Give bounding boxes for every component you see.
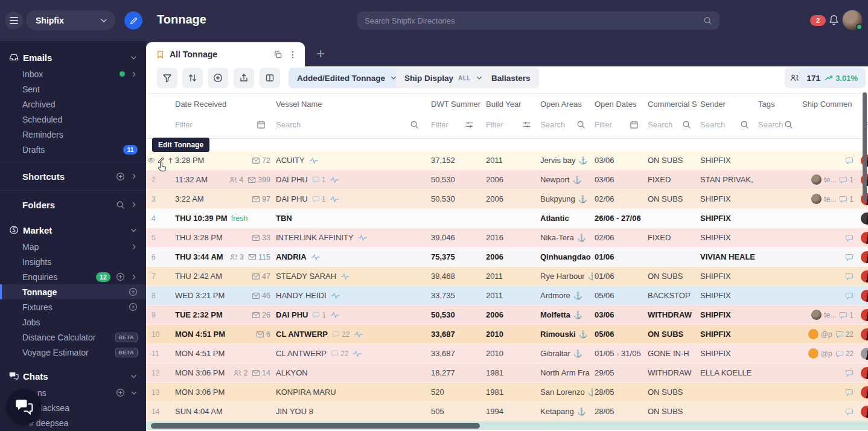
- cell-tags-and-comments[interactable]: [800, 292, 868, 300]
- sidebar-item-reminders[interactable]: Reminders: [0, 127, 146, 142]
- cell-vessel-name[interactable]: ANDRIA: [273, 252, 426, 261]
- ship-display-dropdown[interactable]: Ship Display ALL: [396, 68, 491, 88]
- sidebar-item-voyage-estimator[interactable]: Voyage EstimatorBETA: [0, 345, 146, 360]
- table-row[interactable]: 10MON 4:51 PM6CL ANTWERP2233,6872010Rimo…: [146, 325, 868, 344]
- cell-tags-and-comments[interactable]: te...1: [800, 310, 868, 320]
- column-filter-date-received[interactable]: Filter: [175, 120, 273, 129]
- sort-button[interactable]: [182, 68, 203, 88]
- horizontal-scrollbar-track[interactable]: [146, 421, 868, 430]
- table-row[interactable]: 13MON 3:06 PMKONPIRA MARU5201981San Lore…: [146, 383, 868, 402]
- column-filter-tags[interactable]: Search: [756, 120, 800, 129]
- ship-comment-button[interactable]: 22: [835, 350, 854, 358]
- ship-comment-button[interactable]: [845, 388, 854, 397]
- column-header-tags[interactable]: Tags: [756, 100, 800, 109]
- sidebar-item-enquiries[interactable]: Enquiries12: [0, 269, 146, 284]
- bell-icon[interactable]: [828, 14, 840, 27]
- cell-tags-and-comments[interactable]: [800, 234, 868, 242]
- add-button[interactable]: [208, 68, 228, 88]
- sidebar-item-archived[interactable]: Archived: [0, 97, 146, 112]
- tag-chip[interactable]: te...: [811, 174, 836, 185]
- sidebar-item-jobs[interactable]: Jobs: [0, 314, 146, 330]
- table-row[interactable]: 5THU 3:28 PM33INTERLINK AFFINITY39,04620…: [146, 228, 868, 247]
- sidebar-item-folders[interactable]: Folders: [0, 196, 146, 214]
- table-row[interactable]: 12MON 3:06 PM214ALKYON18,2771981North Ar…: [146, 363, 868, 383]
- column-header-date-received[interactable]: Date Received: [175, 100, 273, 109]
- sidebar-item-sent[interactable]: Sent: [0, 81, 146, 97]
- filter-button[interactable]: [157, 68, 177, 88]
- cell-vessel-name[interactable]: CL ANTWERP22: [273, 349, 426, 358]
- column-filter-ship-commen[interactable]: Search: [800, 120, 868, 129]
- ship-comment-button[interactable]: [845, 407, 854, 416]
- notification-count-badge[interactable]: 2: [810, 15, 826, 26]
- table-row[interactable]: 7THU 2:42 AM47STEADY SARAH38,4682011Rye …: [146, 267, 868, 286]
- added-edited-tonnage-dropdown[interactable]: Added/Edited Tonnage: [289, 68, 406, 88]
- cell-tags-and-comments[interactable]: @p22: [800, 329, 868, 339]
- sidebar-item-drafts[interactable]: Drafts11: [0, 142, 146, 157]
- cell-vessel-name[interactable]: HANDY HEIDI: [273, 291, 426, 300]
- table-row[interactable]: 6THU 3:44 AM3115ANDRIA75,3752006Qinhuang…: [146, 247, 868, 267]
- tag-chip[interactable]: te...: [811, 310, 836, 320]
- table-row[interactable]: 9TUE 2:32 PM26DAI PHU150,5302006Molfetta…: [146, 305, 868, 325]
- sidebar-item-insights[interactable]: Insights: [0, 254, 146, 269]
- cell-tags-and-comments[interactable]: te...1: [800, 174, 868, 185]
- user-avatar[interactable]: [842, 10, 863, 30]
- column-filter-open-dates[interactable]: Filter: [593, 120, 646, 129]
- cell-vessel-name[interactable]: DAI PHU1: [273, 175, 426, 184]
- column-header-dwt-summer[interactable]: DWT Summer: [426, 100, 481, 109]
- table-row[interactable]: 4THU 10:39 PMfreshTBNAtlantic26/06 - 27/…: [146, 209, 868, 228]
- cell-vessel-name[interactable]: KONPIRA MARU: [273, 388, 426, 397]
- horizontal-scrollbar-thumb[interactable]: [151, 423, 480, 429]
- ship-comment-button[interactable]: 1: [839, 195, 854, 203]
- column-header-ship-commen[interactable]: Ship Commen: [800, 100, 868, 109]
- ship-comment-button[interactable]: 22: [835, 330, 854, 339]
- sidebar-item-fixtures[interactable]: Fixtures: [0, 299, 146, 314]
- column-header-open-areas[interactable]: Open Areas: [538, 100, 593, 109]
- cell-vessel-name[interactable]: DAI PHU1: [273, 310, 426, 319]
- tag-chip[interactable]: @p: [808, 329, 832, 339]
- table-row[interactable]: 8WED 3:21 PM46HANDY HEIDI33,7352011Ardmo…: [146, 286, 868, 305]
- cell-tags-and-comments[interactable]: [800, 369, 868, 377]
- column-filter-sender[interactable]: Search: [698, 120, 756, 129]
- cell-vessel-name[interactable]: DAI PHU1: [273, 194, 426, 203]
- sidebar-item-inbox[interactable]: Inbox: [0, 66, 146, 81]
- tab-menu-icon[interactable]: ⋮: [289, 49, 298, 59]
- sidebar-item-tonnage[interactable]: Tonnage: [0, 284, 146, 299]
- column-filter-vessel-name[interactable]: Search: [273, 120, 426, 129]
- cell-vessel-name[interactable]: STEADY SARAH: [273, 272, 426, 281]
- chat-widget-launcher[interactable]: [7, 389, 42, 424]
- table-row[interactable]: 3:28 PM72ACUITY37,1522011Jervis bay⚓03/0…: [146, 151, 868, 170]
- column-header-vessel-name[interactable]: Vessel Name: [273, 100, 426, 109]
- cell-vessel-name[interactable]: INTERLINK AFFINITY: [273, 233, 426, 242]
- cell-tags-and-comments[interactable]: [800, 156, 868, 165]
- cell-vessel-name[interactable]: CL ANTWERP22: [273, 330, 426, 339]
- sidebar-section-header-chats[interactable]: Chats: [0, 367, 146, 385]
- sidebar-section-header-market[interactable]: Market: [0, 221, 146, 239]
- tag-chip[interactable]: te...: [811, 194, 836, 204]
- column-filter-build-year[interactable]: Filter: [481, 120, 538, 129]
- cell-vessel-name[interactable]: ACUITY: [273, 156, 426, 165]
- table-row[interactable]: 211:32 AM4399DAI PHU150,5302006Newport⚓0…: [146, 170, 868, 190]
- ship-comment-button[interactable]: [845, 272, 854, 281]
- ship-comment-button[interactable]: [845, 369, 854, 377]
- column-filter-commercial-s[interactable]: Search: [646, 120, 698, 129]
- ship-comment-button[interactable]: 1: [839, 176, 854, 184]
- duplicate-tab-icon[interactable]: [273, 50, 282, 59]
- cell-tags-and-comments[interactable]: te...1: [800, 194, 868, 204]
- table-row[interactable]: 14SUN 4:04 AMJIN YOU 85051994Ketapang⚓28…: [146, 402, 868, 421]
- hide-icon[interactable]: [147, 156, 155, 164]
- vertical-scrollbar[interactable]: [863, 92, 867, 201]
- column-header-open-dates[interactable]: Open Dates: [593, 100, 646, 109]
- cell-tags-and-comments[interactable]: [800, 272, 868, 281]
- table-row[interactable]: 11MON 4:51 PMCL ANTWERP2233,6872010Gibra…: [146, 344, 868, 363]
- workspace-selector[interactable]: Shipfix: [26, 10, 115, 30]
- column-filter-open-areas[interactable]: Search: [538, 120, 593, 129]
- table-row[interactable]: 33:22 AM97DAI PHU150,5302006Bukpyung⚓02/…: [146, 190, 868, 209]
- cell-vessel-name[interactable]: TBN: [273, 214, 426, 223]
- ship-comment-button[interactable]: [845, 234, 854, 242]
- column-header-sender[interactable]: Sender: [698, 100, 756, 109]
- cell-tags-and-comments[interactable]: @p22: [800, 348, 868, 359]
- ship-comment-button[interactable]: [845, 292, 854, 300]
- sidebar-section-header-emails[interactable]: Emails: [0, 48, 146, 66]
- ship-comment-button[interactable]: 1: [839, 311, 854, 319]
- new-tab-button[interactable]: +: [313, 46, 328, 62]
